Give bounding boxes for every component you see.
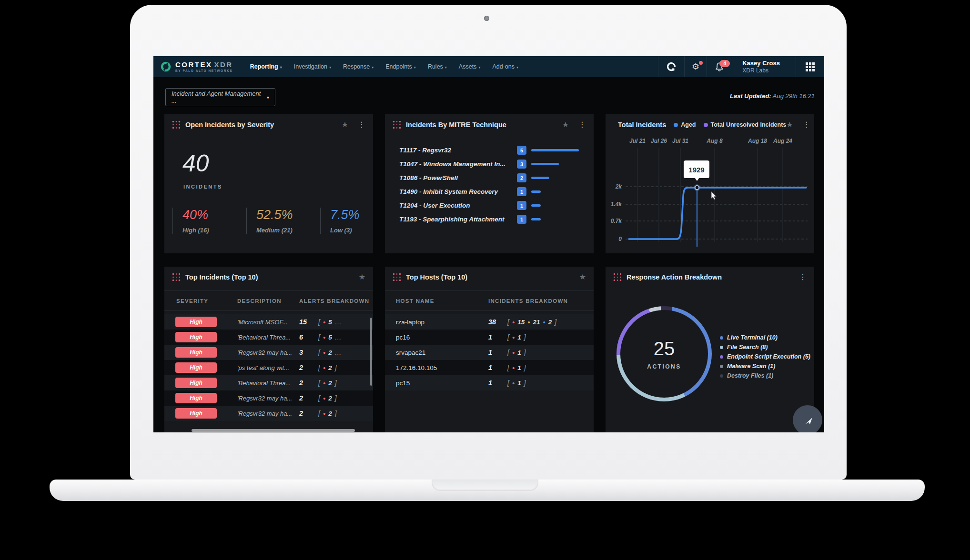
total-incidents-number: 40 <box>182 150 209 177</box>
laptop-camera <box>484 16 489 21</box>
notifications-button[interactable]: 4 <box>707 56 732 77</box>
horizontal-scrollbar[interactable] <box>192 429 355 432</box>
actions-total-label: ACTIONS <box>647 363 681 370</box>
stat-high: 40% High (16) <box>172 208 246 234</box>
top-hosts-rows: rza-laptop 38 [ • 15 • 21 • 2 ] pc16 <box>385 314 594 390</box>
favorite-star-icon[interactable]: ★ <box>562 121 569 129</box>
table-row[interactable]: srvapac21 1 [ • 1 ] <box>385 345 594 360</box>
mitre-row[interactable]: T1047 - Windows Management In... 3 <box>399 157 588 171</box>
card-response-actions: Response Action Breakdown ⋮ 25 ACTIONS L… <box>606 267 814 432</box>
x-tick: Jul 21 <box>629 138 646 144</box>
mitre-row[interactable]: T1193 - Spearphishing Attachment 1 <box>399 212 588 226</box>
kebab-menu-icon[interactable]: ⋮ <box>799 273 807 281</box>
settings-alert-dot <box>699 61 703 65</box>
alerts-breakdown: [ • 2 ] <box>318 379 337 387</box>
kebab-menu-icon[interactable]: ⋮ <box>358 121 365 129</box>
chart-tooltip: 1929 <box>684 160 709 181</box>
bar <box>531 190 541 193</box>
severity-dot-icon: • <box>323 349 325 356</box>
severity-dot-icon: • <box>323 364 325 371</box>
table-row[interactable]: High 'Microsoft MSOF... 15 [ • 5 … <box>164 314 373 330</box>
x-tick: Aug 18 <box>748 138 767 144</box>
widget-icon <box>613 273 622 281</box>
favorite-star-icon[interactable]: ★ <box>579 273 586 281</box>
severity-chip: High <box>175 408 217 419</box>
data-point-marker <box>695 186 699 190</box>
severity-chip: High <box>175 332 217 342</box>
report-selector-dropdown[interactable]: Incident and Agent Management ... ▾ <box>165 88 275 106</box>
severity-dot-icon: • <box>323 395 325 402</box>
feedback-fab-button[interactable] <box>793 405 822 432</box>
chevron-down-icon: ▾ <box>516 65 518 70</box>
bar <box>531 177 549 179</box>
severity-stats: 40% High (16) 52.5% Medium (21) 7.5% Low… <box>172 208 394 234</box>
app-switcher-button[interactable] <box>796 56 824 77</box>
actions-total: 25 <box>654 338 675 360</box>
alerts-breakdown: [ • 5 … <box>318 333 342 341</box>
menu-rules[interactable]: Rules▾ <box>428 63 447 70</box>
top-incidents-rows: High 'Microsoft MSOF... 15 [ • 5 … High … <box>164 314 373 421</box>
table-row[interactable]: High 'Behavioral Threa... 6 [ • 5 … <box>164 330 373 345</box>
incidents-breakdown: [ • 1 ] <box>507 333 526 341</box>
table-row[interactable]: pc16 1 [ • 1 ] <box>385 330 594 345</box>
table-row[interactable]: High 'Regsvr32 may ha... 2 [ • 2 ] <box>164 390 373 406</box>
widget-icon <box>172 273 181 281</box>
response-actions-legend: Live Terminal (10) File Search (8) Endpo… <box>720 334 810 379</box>
table-row[interactable]: rza-laptop 38 [ • 15 • 21 • 2 ] <box>385 314 594 330</box>
total-incidents-line-chart: Jul 21 Jul 26 Jul 31 Aug 8 Aug 18 Aug 24 <box>606 114 814 253</box>
table-row[interactable]: High 'Regsvr32 may ha... 3 [ • 2 … <box>164 345 373 360</box>
laptop-base-notch <box>432 480 538 491</box>
table-row[interactable]: High 'Behavioral Threa... 2 [ • 2 ] <box>164 375 373 390</box>
card-total-incidents: Total Incidents Aged Total Unresolved In… <box>606 114 814 253</box>
widget-icon <box>393 120 401 129</box>
legend-item[interactable]: Destroy Files (1) <box>720 372 810 379</box>
menu-investigation[interactable]: Investigation▾ <box>294 63 331 70</box>
severity-dot-icon: • <box>543 319 545 326</box>
legend-item[interactable]: Endpoint Script Execution (5) <box>720 353 810 360</box>
user-profile[interactable]: Kasey Cross XDR Labs <box>732 56 796 77</box>
query-status-button[interactable] <box>658 56 684 77</box>
alerts-breakdown: [ • 2 ] <box>318 364 337 371</box>
severity-dot-icon: • <box>512 380 515 387</box>
svg-text:1929: 1929 <box>688 166 704 174</box>
table-row[interactable]: High 'ps test' along wit... 2 [ • 2 ] <box>164 360 373 375</box>
vertical-scrollbar[interactable] <box>370 318 372 386</box>
menu-add-ons[interactable]: Add-ons▾ <box>492 63 518 70</box>
user-name: Kasey Cross <box>742 60 780 67</box>
menu-endpoints[interactable]: Endpoints▾ <box>385 63 416 70</box>
severity-dot-icon: • <box>323 334 325 341</box>
apps-grid-icon <box>806 62 815 71</box>
widget-icon <box>172 120 181 129</box>
mitre-row[interactable]: T1490 - Inhibit System Recovery 1 <box>399 185 588 199</box>
legend-dot <box>720 365 723 368</box>
kebab-menu-icon[interactable]: ⋮ <box>578 121 586 129</box>
table-row[interactable]: 172.16.10.105 1 [ • 1 ] <box>385 360 594 375</box>
legend-item[interactable]: Malware Scan (1) <box>720 363 810 370</box>
x-tick: Jul 31 <box>672 138 688 144</box>
legend-dot <box>720 374 723 378</box>
legend-item[interactable]: File Search (8) <box>720 344 810 350</box>
bezel-line <box>155 453 824 453</box>
menu-reporting[interactable]: Reporting▾ <box>250 63 282 70</box>
horizontal-gridlines <box>626 187 808 239</box>
legend-item[interactable]: Live Terminal (10) <box>720 334 810 341</box>
table-row[interactable]: pc15 1 [ • 1 ] <box>385 375 594 390</box>
main-menu: Reporting▾ Investigation▾ Response▾ Endp… <box>250 63 518 70</box>
count-badge: 2 <box>517 173 526 182</box>
severity-dot-icon: • <box>512 334 515 341</box>
severity-chip: High <box>175 317 217 327</box>
menu-assets[interactable]: Assets▾ <box>459 63 481 70</box>
user-org: XDR Labs <box>742 67 780 74</box>
favorite-star-icon[interactable]: ★ <box>359 273 365 281</box>
mitre-row[interactable]: T1204 - User Execution 1 <box>399 199 588 212</box>
settings-button[interactable]: ⚙ <box>684 56 707 77</box>
chevron-down-icon: ▾ <box>372 65 374 70</box>
mitre-row[interactable]: T1086 - PowerShell 2 <box>399 171 588 185</box>
menu-response[interactable]: Response▾ <box>343 63 374 70</box>
mitre-row[interactable]: T1117 - Regsvr32 5 <box>399 143 588 157</box>
cortex-xdr-logo[interactable]: CORTEXXDR BY PALO ALTO NETWORKS <box>153 61 233 73</box>
count-badge: 1 <box>517 215 526 224</box>
favorite-star-icon[interactable]: ★ <box>342 121 348 129</box>
table-row[interactable]: High 'Regsvr32 may ha... 2 [ • 2 ] <box>164 406 373 421</box>
incidents-breakdown: [ • 1 ] <box>507 364 526 371</box>
